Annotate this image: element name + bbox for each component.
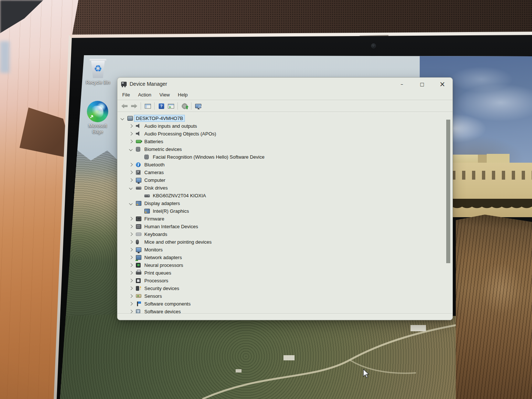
- chevron-right-icon[interactable]: [129, 263, 133, 266]
- tree-item-processors[interactable]: Processors: [117, 277, 445, 285]
- chevron-down-icon[interactable]: [129, 147, 133, 151]
- chevron-right-icon[interactable]: [129, 255, 133, 259]
- chevron-down-icon[interactable]: [129, 201, 133, 205]
- mouse-icon: [136, 240, 139, 244]
- tree-item-label[interactable]: DESKTOP-4VMHO7B: [134, 115, 184, 121]
- menu-file[interactable]: File: [118, 90, 134, 100]
- tree-item-label[interactable]: Print queues: [143, 270, 173, 276]
- show-hide-console-tree-button[interactable]: [143, 102, 152, 111]
- tree-item-intel-r-graphics[interactable]: Intel(R) Graphics: [117, 207, 445, 215]
- tree-item-software-components[interactable]: Software components: [117, 300, 445, 308]
- chevron-right-icon[interactable]: [129, 225, 133, 228]
- tree-item-label[interactable]: Keyboards: [143, 231, 169, 237]
- tree-item-label[interactable]: Intel(R) Graphics: [151, 208, 190, 214]
- tree-item-label[interactable]: Network adapters: [143, 254, 183, 261]
- tree-item-label[interactable]: Facial Recognition (Windows Hello) Softw…: [151, 154, 266, 160]
- chevron-right-icon[interactable]: [129, 170, 133, 174]
- tree-item-cameras[interactable]: Cameras: [117, 169, 445, 176]
- tree-item-facial-recognition-windows-hello-software-device[interactable]: Facial Recognition (Windows Hello) Softw…: [117, 153, 445, 161]
- tree-item-human-interface-devices[interactable]: Human Interface Devices: [117, 223, 445, 230]
- update-driver-icon: [182, 104, 187, 109]
- chevron-down-icon[interactable]: [121, 116, 124, 120]
- tree-item-label[interactable]: Processors: [143, 278, 170, 284]
- tree-item-security-devices[interactable]: Security devices: [117, 285, 445, 292]
- update-driver-button[interactable]: [180, 102, 189, 111]
- desktop-icon-label: Microsoft Edge: [84, 123, 111, 135]
- chevron-right-icon[interactable]: [129, 310, 133, 313]
- tree-item-biometric-devices[interactable]: Biometric devices: [117, 145, 445, 153]
- menu-view[interactable]: View: [155, 90, 174, 100]
- minimize-button[interactable]: –: [392, 78, 412, 90]
- tree-item-disk-drives[interactable]: Disk drives: [117, 184, 445, 192]
- tree-item-label[interactable]: Batteries: [143, 138, 165, 145]
- battery-icon: [136, 140, 141, 143]
- menu-help[interactable]: Help: [174, 90, 192, 100]
- chevron-right-icon[interactable]: [129, 248, 133, 251]
- chevron-right-icon[interactable]: [129, 232, 133, 236]
- tree-item-label[interactable]: Audio inputs and outputs: [143, 123, 198, 129]
- tree-item-network-adapters[interactable]: Network adapters: [117, 254, 445, 261]
- tree-item-firmware[interactable]: Firmware: [117, 215, 445, 223]
- tree-item-label[interactable]: Sensors: [143, 293, 163, 299]
- tree-item-print-queues[interactable]: Print queues: [117, 269, 445, 277]
- chevron-right-icon[interactable]: [129, 163, 133, 166]
- menu-action[interactable]: Action: [134, 90, 155, 100]
- tree-item-batteries[interactable]: Batteries: [117, 138, 445, 145]
- chevron-right-icon[interactable]: [129, 178, 133, 181]
- tree-item-label[interactable]: Security devices: [143, 285, 181, 292]
- tree-item-kbg60znv2t04-kioxia[interactable]: KBG60ZNV2T04 KIOXIA: [117, 192, 445, 200]
- tree-item-display-adapters[interactable]: Display adapters: [117, 200, 445, 207]
- chevron-right-icon[interactable]: [129, 240, 133, 243]
- chevron-right-icon[interactable]: [129, 124, 133, 127]
- tree-item-label[interactable]: Software components: [143, 301, 192, 307]
- chevron-right-icon[interactable]: [129, 294, 133, 297]
- tree-item-keyboards[interactable]: Keyboards: [117, 230, 445, 238]
- forward-button[interactable]: [129, 102, 139, 111]
- tree-item-sensors[interactable]: Sensors: [117, 292, 445, 300]
- tree-item-label[interactable]: Disk drives: [143, 185, 169, 191]
- tree-item-label[interactable]: Cameras: [143, 169, 165, 176]
- tree-item-label[interactable]: Mice and other pointing devices: [143, 239, 213, 245]
- tree-item-neural-processors[interactable]: Neural processors: [117, 261, 445, 269]
- maximize-button[interactable]: □: [412, 78, 432, 90]
- tree-item-label[interactable]: Display adapters: [143, 200, 182, 206]
- chevron-right-icon[interactable]: [129, 286, 133, 290]
- monitor-icon: [136, 178, 141, 183]
- tree-item-label[interactable]: Computer: [143, 177, 167, 183]
- chevron-right-icon[interactable]: [129, 279, 133, 282]
- tree-item-computer[interactable]: Computer: [117, 176, 445, 184]
- tree-item-bluetooth[interactable]: Bluetooth: [117, 161, 445, 169]
- edge-icon: [87, 101, 108, 122]
- tree-item-label[interactable]: Human Interface Devices: [143, 223, 200, 230]
- firmware-icon: [136, 216, 141, 221]
- titlebar[interactable]: Device Manager –□×: [117, 78, 452, 90]
- tree-item-label[interactable]: KBG60ZNV2T04 KIOXIA: [151, 193, 208, 199]
- tree-item-label[interactable]: Firmware: [143, 216, 166, 222]
- close-button[interactable]: ×: [432, 78, 452, 90]
- desktop-icon-recycle-bin[interactable]: ♻ Recycle Bin: [84, 58, 112, 86]
- tree-item-label[interactable]: Biometric devices: [143, 146, 183, 152]
- chevron-right-icon[interactable]: [129, 302, 133, 305]
- tree-item-label[interactable]: Audio Processing Objects (APOs): [143, 131, 218, 137]
- tree-item-label[interactable]: Bluetooth: [143, 162, 166, 168]
- chevron-right-icon[interactable]: [129, 132, 133, 135]
- keyboard-icon: [136, 233, 141, 236]
- desktop-icon-microsoft-edge[interactable]: Microsoft Edge: [84, 101, 111, 135]
- tree-item-audio-processing-objects-apos[interactable]: Audio Processing Objects (APOs): [117, 130, 445, 138]
- chevron-down-icon[interactable]: [129, 186, 133, 189]
- chevron-right-icon[interactable]: [129, 140, 133, 143]
- tree-item-monitors[interactable]: Monitors: [117, 246, 445, 254]
- scan-hardware-changes-button[interactable]: [193, 102, 203, 111]
- back-button[interactable]: [120, 102, 129, 111]
- tree-item-label[interactable]: Neural processors: [143, 262, 185, 268]
- tree-item-audio-inputs-and-outputs[interactable]: Audio inputs and outputs: [117, 122, 445, 130]
- tree-item-desktop-4vmho7b[interactable]: DESKTOP-4VMHO7B: [117, 114, 445, 122]
- tree-item-label[interactable]: Monitors: [143, 247, 164, 253]
- scrollbar[interactable]: [446, 112, 451, 314]
- tree-item-mice-and-other-pointing-devices[interactable]: Mice and other pointing devices: [117, 238, 445, 246]
- properties-button[interactable]: [166, 102, 176, 111]
- help-button[interactable]: [156, 102, 166, 111]
- scrollbar-thumb[interactable]: [446, 120, 450, 263]
- chevron-right-icon[interactable]: [129, 271, 133, 274]
- chevron-right-icon[interactable]: [129, 217, 133, 220]
